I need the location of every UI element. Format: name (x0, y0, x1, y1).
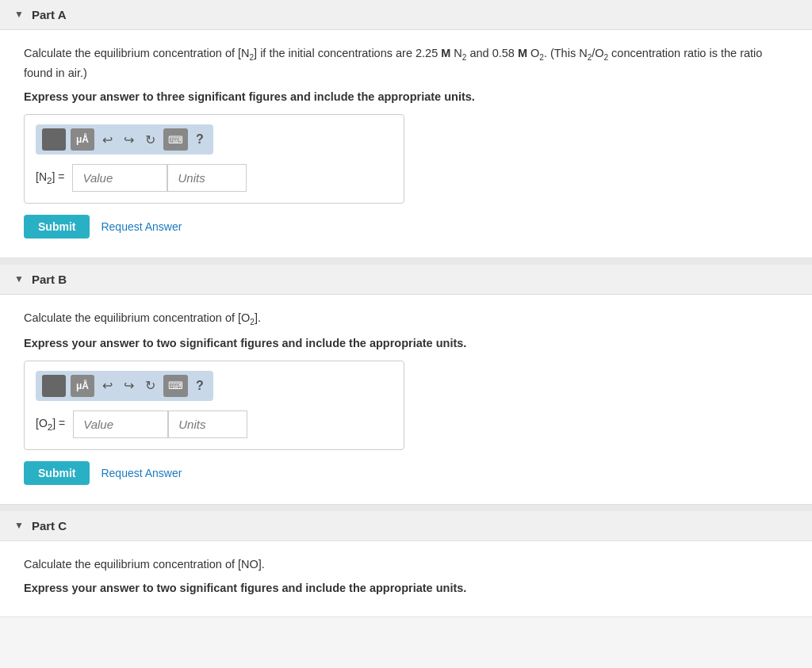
part-b-input-row: [O2] = (36, 410, 393, 438)
part-b-actions: Submit Request Answer (24, 461, 788, 485)
part-b-emphasis: Express your answer to two significant f… (24, 337, 788, 349)
part-b-collapse-arrow: ▼ (14, 273, 24, 285)
part-b-answer-box: μÅ ↩ ↪ ↻ ⌨ ? [O2] = (24, 361, 404, 450)
part-a-answer-box: μÅ ↩ ↪ ↻ ⌨ ? [N2] = (24, 114, 404, 204)
part-b-question: Calculate the equilibrium concentration … (24, 309, 788, 329)
part-a-units-input[interactable] (167, 164, 247, 192)
part-a-section: ▼ Part A Calculate the equilibrium conce… (0, 0, 812, 258)
part-a-keyboard-button[interactable]: ⌨ (163, 128, 188, 151)
part-a-request-answer-link[interactable]: Request Answer (101, 220, 182, 233)
part-a-undo-button[interactable]: ↩ (99, 131, 116, 149)
page-container: ▼ Part A Calculate the equilibrium conce… (0, 0, 812, 617)
part-b-body: Calculate the equilibrium concentration … (0, 295, 812, 504)
part-a-redo-button[interactable]: ↪ (121, 131, 137, 149)
part-a-collapse-arrow: ▼ (14, 9, 24, 21)
part-b-request-answer-link[interactable]: Request Answer (101, 467, 182, 479)
part-b-section: ▼ Part B Calculate the equilibrium conce… (0, 265, 812, 505)
part-a-input-row: [N2] = (36, 164, 393, 192)
part-b-grid-button[interactable] (42, 375, 66, 397)
part-a-help-button[interactable]: ? (193, 131, 207, 148)
part-b-mu-button[interactable]: μÅ (71, 375, 94, 397)
part-b-submit-button[interactable]: Submit (24, 461, 90, 485)
part-a-value-input[interactable] (72, 164, 167, 192)
part-a-body: Calculate the equilibrium concentration … (0, 30, 812, 258)
part-a-grid-button[interactable] (42, 128, 66, 151)
part-c-emphasis: Express your answer to two significant f… (24, 582, 788, 594)
part-c-question: Calculate the equilibrium concentration … (24, 555, 788, 574)
part-a-header[interactable]: ▼ Part A (0, 0, 812, 30)
part-a-emphasis: Express your answer to three significant… (24, 90, 788, 103)
part-b-header[interactable]: ▼ Part B (0, 265, 812, 295)
separator-a-b (0, 258, 812, 265)
part-b-label: Part B (32, 273, 67, 286)
separator-b-c (0, 505, 812, 511)
part-b-undo-button[interactable]: ↩ (99, 376, 116, 395)
part-c-label: Part C (32, 519, 67, 532)
part-b-keyboard-button[interactable]: ⌨ (163, 375, 188, 397)
part-a-mu-button[interactable]: μÅ (71, 128, 94, 151)
part-b-reset-button[interactable]: ↻ (142, 376, 159, 395)
part-a-formula-label: [N2] = (36, 170, 64, 185)
part-b-help-button[interactable]: ? (193, 377, 207, 395)
part-a-submit-button[interactable]: Submit (24, 215, 90, 239)
part-b-value-input[interactable] (73, 410, 168, 438)
part-a-label: Part A (32, 8, 67, 21)
part-a-reset-button[interactable]: ↻ (142, 131, 159, 149)
part-a-question: Calculate the equilibrium concentration … (24, 44, 788, 82)
part-b-units-input[interactable] (168, 410, 247, 438)
part-a-actions: Submit Request Answer (24, 215, 788, 239)
part-c-header[interactable]: ▼ Part C (0, 511, 812, 541)
part-a-toolbar: μÅ ↩ ↪ ↻ ⌨ ? (36, 124, 213, 155)
part-c-collapse-arrow: ▼ (14, 520, 24, 532)
part-b-formula-label: [O2] = (36, 417, 65, 432)
part-b-redo-button[interactable]: ↪ (121, 376, 137, 395)
part-c-section: ▼ Part C Calculate the equilibrium conce… (0, 511, 812, 617)
part-c-body: Calculate the equilibrium concentration … (0, 541, 812, 616)
part-b-toolbar: μÅ ↩ ↪ ↻ ⌨ ? (36, 371, 213, 401)
